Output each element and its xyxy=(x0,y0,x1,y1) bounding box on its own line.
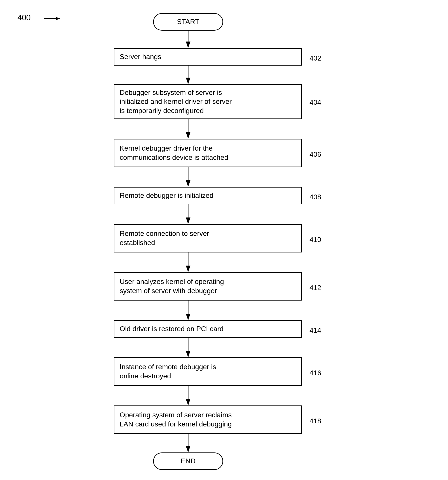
figure-label: 400 xyxy=(17,13,31,22)
end-node: END xyxy=(153,452,223,470)
label-414: 414 xyxy=(310,326,321,334)
label-402: 402 xyxy=(310,54,321,62)
node-406: Kernel debugger driver for the communica… xyxy=(114,139,302,167)
node-416: Instance of remote debugger is online de… xyxy=(114,357,302,386)
label-408: 408 xyxy=(310,193,321,201)
node-404: Debugger subsystem of server is initiali… xyxy=(114,84,302,119)
start-node: START xyxy=(153,13,223,31)
figure-arrow xyxy=(44,12,70,25)
label-410: 410 xyxy=(310,236,321,244)
label-418: 418 xyxy=(310,417,321,425)
label-412: 412 xyxy=(310,284,321,292)
node-410: Remote connection to server established xyxy=(114,224,302,253)
diagram-container: 400 START Server hangs 402 Debugger subs… xyxy=(0,0,448,480)
label-416: 416 xyxy=(310,369,321,377)
node-414: Old driver is restored on PCI card xyxy=(114,320,302,338)
label-406: 406 xyxy=(310,150,321,158)
node-418: Operating system of server reclaims LAN … xyxy=(114,405,302,434)
node-412: User analyzes kernel of operating system… xyxy=(114,272,302,301)
node-408: Remote debugger is initialized xyxy=(114,187,302,204)
node-402: Server hangs xyxy=(114,48,302,66)
label-404: 404 xyxy=(310,98,321,106)
